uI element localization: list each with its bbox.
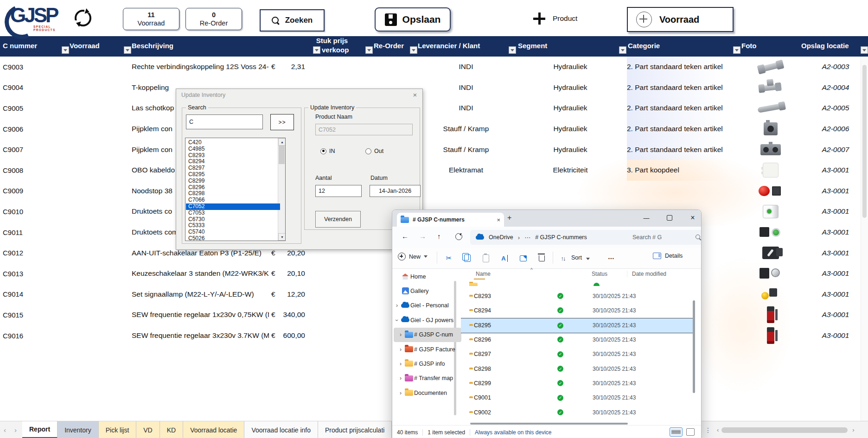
sheet-tab[interactable]: Product prijscalculati xyxy=(318,421,392,438)
tab-close-icon[interactable]: × xyxy=(497,216,500,223)
expand-chevron-icon[interactable]: › xyxy=(397,375,404,381)
cell-currency[interactable]: € xyxy=(271,325,279,346)
cell-foto[interactable] xyxy=(755,77,786,98)
cell-opslag-locatie[interactable]: A3-0001 xyxy=(812,305,859,325)
listbox-item[interactable]: C5333 xyxy=(186,222,280,229)
datum-field[interactable]: 14-Jan-2026 xyxy=(370,185,421,197)
table-row[interactable]: C9009 Noodstop 38 A3-0001 xyxy=(0,181,868,202)
cell-opslag-locatie[interactable]: A2-0003 xyxy=(812,57,859,77)
file-row[interactable]: C9002 ✓ 30/10/2025 21:43 xyxy=(461,405,693,419)
listbox-item[interactable]: C8297 xyxy=(186,165,280,171)
cell-opslag-locatie[interactable]: A3-0001 xyxy=(812,181,859,202)
more-options-button[interactable]: ⋯ xyxy=(605,252,618,264)
listbox-item[interactable]: C7052 xyxy=(186,203,280,210)
filter-voorraad-button[interactable] xyxy=(124,46,131,54)
hscroll-track[interactable] xyxy=(721,427,850,433)
window-close-button[interactable]: × xyxy=(683,212,702,224)
cell-categorie[interactable]: 2. Part standaard teken artikel xyxy=(627,119,740,140)
refresh-small-icon[interactable] xyxy=(455,233,462,240)
zoeken-button[interactable]: Zoeken xyxy=(260,9,325,32)
cell-opslag-locatie[interactable]: A2-0006 xyxy=(812,119,859,140)
cell-cnummer[interactable]: C9009 xyxy=(3,181,58,202)
delete-button[interactable] xyxy=(535,252,548,264)
expand-chevron-icon[interactable]: › xyxy=(397,331,404,338)
cell-segment[interactable]: Hydrauliek xyxy=(533,98,607,119)
listbox-item[interactable]: C8296 xyxy=(186,184,280,191)
breadcrumb[interactable]: OneDrive › ⋯ # GJSP C-nummers xyxy=(470,230,635,245)
refresh-icon[interactable] xyxy=(73,8,92,27)
cell-leverancier[interactable]: Stauff / Kramp xyxy=(427,139,505,160)
hscroll-left-arrow-icon[interactable]: ‹ xyxy=(717,426,719,433)
aantal-field[interactable]: 12 xyxy=(315,185,362,197)
sheet-nav-next-icon[interactable]: › xyxy=(14,426,17,434)
cell-cnummer[interactable]: C9007 xyxy=(3,139,58,160)
cell-foto[interactable] xyxy=(755,139,786,160)
cell-price[interactable]: 12,20 xyxy=(278,284,305,305)
cell-cnummer[interactable]: C9012 xyxy=(3,242,58,263)
sheet-tab[interactable]: VD xyxy=(136,421,160,438)
cell-categorie[interactable] xyxy=(627,181,740,202)
forward-icon[interactable]: → xyxy=(419,232,426,240)
listbox-item[interactable]: C8298 xyxy=(186,190,280,197)
file-row[interactable]: C8293 ✓ 30/10/2025 21:43 xyxy=(461,289,693,303)
expand-chevron-icon[interactable]: › xyxy=(394,317,400,324)
cell-cnummer[interactable]: C9005 xyxy=(3,98,58,119)
column-date-modified[interactable]: Date modified xyxy=(627,271,666,277)
cell-foto[interactable] xyxy=(755,305,786,325)
file-row[interactable]: C8298 ✓ 30/10/2025 21:43 xyxy=(461,362,693,376)
dialog-close-icon[interactable]: × xyxy=(410,91,420,99)
add-voorraad-button[interactable]: Voorraad xyxy=(627,7,734,32)
sort-button[interactable]: Sort xyxy=(571,254,582,261)
cell-leverancier[interactable]: INDI xyxy=(427,77,505,98)
sidebar-item[interactable]: › Giel - GJ powers xyxy=(394,313,458,327)
cell-segment[interactable]: Hydrauliek xyxy=(533,57,607,77)
cell-opslag-locatie[interactable]: A3-0001 xyxy=(812,263,859,284)
expand-chevron-icon[interactable]: › xyxy=(397,346,404,353)
cell-currency[interactable]: € xyxy=(271,305,279,325)
hscroll-right-arrow-icon[interactable]: › xyxy=(852,426,854,433)
expand-chevron-icon[interactable]: › xyxy=(394,302,400,309)
product-naam-field[interactable]: C7052 xyxy=(315,124,413,135)
sheet-tab[interactable]: Voorraad locatie xyxy=(183,421,244,438)
add-product-button[interactable]: Product xyxy=(533,10,589,27)
column-name[interactable]: Name xyxy=(476,271,491,277)
cell-segment[interactable] xyxy=(533,181,607,202)
table-row[interactable]: C9007 Pijpklem con Stauff / Kramp Hydrau… xyxy=(0,139,868,160)
cell-foto[interactable] xyxy=(755,181,786,202)
cut-button[interactable]: ✂ xyxy=(442,252,455,264)
sheet-tab[interactable]: Inventory xyxy=(57,421,99,438)
sidebar-item[interactable]: › Gallery xyxy=(394,284,458,298)
file-row[interactable]: C8296 ✓ 30/10/2025 21:43 xyxy=(461,332,693,347)
sidebar-item[interactable]: › # Transfer map xyxy=(394,371,461,386)
table-row[interactable]: C9004 T-koppeling INDI Hydrauliek 2. Par… xyxy=(0,77,868,98)
sheet-nav-prev-icon[interactable]: ‹ xyxy=(4,426,6,434)
sheet-tab[interactable]: KD xyxy=(160,421,183,438)
cell-opslag-locatie[interactable]: A3-0001 xyxy=(812,222,859,243)
thumbnail-view-button[interactable] xyxy=(686,428,695,436)
cell-foto[interactable] xyxy=(755,325,786,346)
filter-reorder-button[interactable] xyxy=(365,46,373,54)
cell-opslag-locatie[interactable]: A2-0007 xyxy=(812,139,859,160)
cell-categorie[interactable]: 2. Part standaard teken artikel xyxy=(627,57,740,77)
listbox-item[interactable]: C8294 xyxy=(186,159,280,165)
cell-foto[interactable] xyxy=(755,263,786,284)
sidebar-item[interactable]: › Giel - Personal xyxy=(394,298,458,313)
cell-categorie[interactable]: 3. Part koopdeel xyxy=(627,160,740,181)
cell-cnummer[interactable]: C9003 xyxy=(3,57,58,77)
reorder-count-button[interactable]: 0 Re-Order xyxy=(185,8,242,30)
cell-foto[interactable] xyxy=(755,57,786,77)
listbox-item[interactable]: C8299 xyxy=(186,178,280,184)
search-input[interactable]: C xyxy=(186,114,263,129)
cell-currency[interactable]: € xyxy=(271,57,279,77)
window-maximize-button[interactable] xyxy=(660,212,679,224)
sidebar-item[interactable]: › # GJSP Facture xyxy=(394,342,461,356)
share-button[interactable] xyxy=(517,252,530,264)
cell-opslag-locatie[interactable]: A2-0004 xyxy=(812,77,859,98)
cell-categorie[interactable]: 2. Part standaard teken artikel xyxy=(627,77,740,98)
breadcrumb-drive[interactable]: OneDrive xyxy=(489,234,513,241)
hscroll-thumb[interactable] xyxy=(721,427,848,433)
dialog-titlebar[interactable]: Update Inventory × xyxy=(176,89,422,101)
cell-segment[interactable]: Hydrauliek xyxy=(533,119,607,140)
details-toggle-button[interactable]: Details xyxy=(653,253,683,259)
listbox-item[interactable]: C6730 xyxy=(186,216,280,223)
